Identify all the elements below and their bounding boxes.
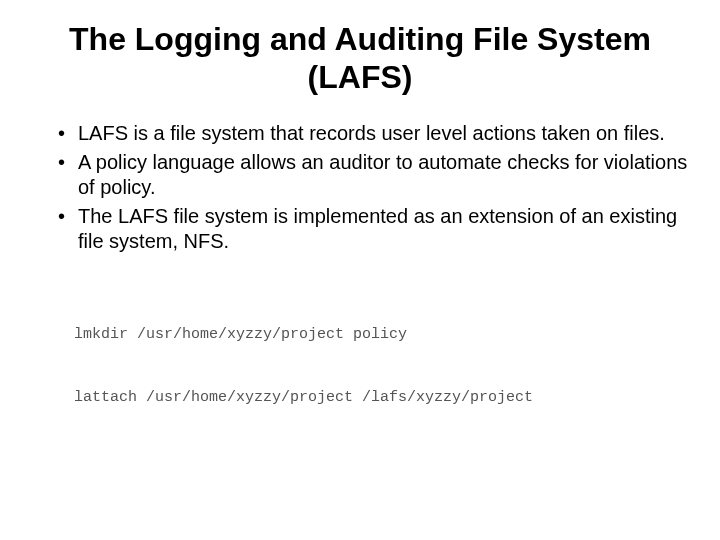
list-item: The LAFS file system is implemented as a…: [58, 204, 690, 254]
list-item: LAFS is a file system that records user …: [58, 121, 690, 146]
code-line: lmkdir /usr/home/xyzzy/project policy: [74, 324, 690, 345]
list-item: A policy language allows an auditor to a…: [58, 150, 690, 200]
code-block: lmkdir /usr/home/xyzzy/project policy la…: [30, 282, 690, 429]
code-line: lattach /usr/home/xyzzy/project /lafs/xy…: [74, 387, 690, 408]
bullet-list: LAFS is a file system that records user …: [30, 121, 690, 254]
slide-title: The Logging and Auditing File System (LA…: [30, 20, 690, 97]
